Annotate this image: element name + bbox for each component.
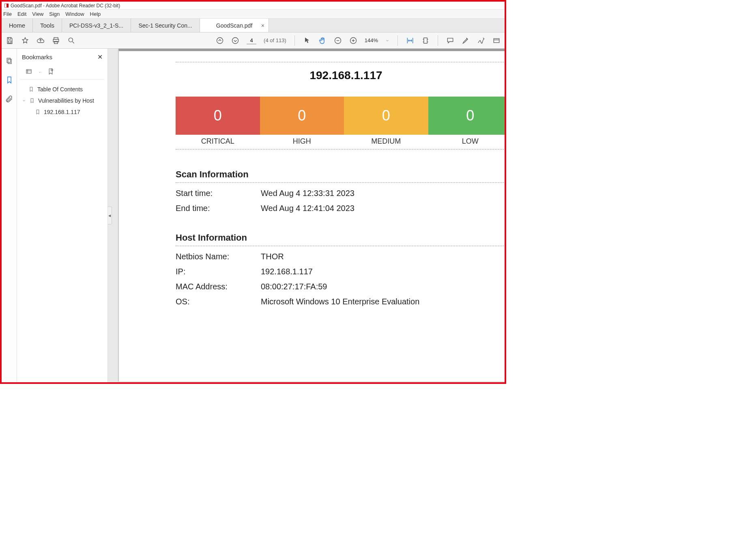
close-icon[interactable]: × <box>261 22 264 29</box>
section-header-scan-info: Scan Information <box>176 169 505 180</box>
attachments-icon[interactable] <box>5 95 13 104</box>
menu-sign[interactable]: Sign <box>49 11 60 17</box>
host-mac-label: MAC Address: <box>176 282 261 291</box>
chevron-down-icon[interactable] <box>385 37 389 45</box>
svg-rect-9 <box>424 38 427 43</box>
window-title: GoodScan.pdf - Adobe Acrobat Reader DC (… <box>11 3 120 9</box>
left-icon-rail <box>2 49 17 382</box>
toolbar-divider <box>438 35 438 46</box>
bookmark-label: Table Of Contents <box>37 86 83 93</box>
scan-start-label: Start time: <box>176 189 261 198</box>
menu-edit[interactable]: Edit <box>17 11 26 17</box>
divider <box>176 62 505 62</box>
collapse-panel-handle[interactable]: ◀ <box>108 207 112 224</box>
zoom-level[interactable]: 144% <box>365 37 378 43</box>
menu-view[interactable]: View <box>32 11 43 17</box>
app-icon: ◨ <box>4 2 9 8</box>
bookmark-options-icon[interactable] <box>25 68 32 76</box>
toolbar-divider <box>294 35 295 46</box>
comment-icon[interactable] <box>446 37 454 45</box>
section-header-host-info: Host Information <box>176 233 505 243</box>
find-bookmark-icon[interactable] <box>47 68 54 76</box>
thumbnails-icon[interactable] <box>5 57 13 66</box>
page-down-icon[interactable] <box>231 37 239 45</box>
host-ip-value: 192.168.1.117 <box>261 267 313 276</box>
bookmark-label: 192.168.1.117 <box>44 109 80 115</box>
scan-end-value: Wed Aug 4 12:41:04 2023 <box>261 204 355 213</box>
scroll-mode-icon[interactable] <box>421 37 430 45</box>
close-icon[interactable]: ✕ <box>97 53 103 61</box>
bookmarks-tools <box>20 65 104 80</box>
bookmark-label: Vulnerabilities by Host <box>38 97 94 104</box>
scan-start-value: Wed Aug 4 12:33:31 2023 <box>261 189 355 198</box>
chevron-down-icon[interactable] <box>38 69 41 75</box>
severity-medium-count: 0 <box>344 97 428 135</box>
print-icon[interactable] <box>52 37 60 45</box>
menu-window[interactable]: Window <box>65 11 84 17</box>
host-netbios-value: THOR <box>261 252 284 261</box>
svg-rect-0 <box>9 41 11 43</box>
severity-low-count: 0 <box>428 97 505 135</box>
bookmarks-tree: Table Of Contents Vulnerabilities by Hos… <box>17 80 107 122</box>
tab-bar: Home Tools PCI-DSS-v3_2_1-S... Sec-1 Sec… <box>2 19 505 32</box>
page-number-input[interactable] <box>247 37 256 44</box>
bookmark-item-host-ip[interactable]: 192.168.1.117 <box>20 106 104 118</box>
svg-point-5 <box>217 37 223 43</box>
zoom-in-icon[interactable] <box>349 37 357 45</box>
divider <box>176 182 505 183</box>
host-os-label: OS: <box>176 297 261 306</box>
tab-doc-label: GoodScan.pdf <box>216 22 253 29</box>
save-icon[interactable] <box>6 37 14 45</box>
host-os-row: OS: Microsoft Windows 10 Enterprise Eval… <box>176 297 505 306</box>
bookmarks-panel: Bookmarks ✕ Table Of Contents Vulnerabil… <box>17 49 108 382</box>
severity-low-label: LOW <box>428 137 505 146</box>
scan-end-label: End time: <box>176 204 261 213</box>
tab-doc-label: Sec-1 Security Con... <box>138 22 192 29</box>
divider <box>176 149 505 150</box>
host-mac-value: 08:00:27:17:FA:59 <box>261 282 327 291</box>
document-viewport[interactable]: ◀ 192.168.1.117 0 0 0 0 CRITICAL HIGH ME… <box>108 49 505 382</box>
cloud-upload-icon[interactable] <box>37 37 45 45</box>
severity-high-label: HIGH <box>260 137 344 146</box>
search-icon[interactable] <box>67 37 75 45</box>
tab-tools[interactable]: Tools <box>33 19 62 32</box>
severity-critical-count: 0 <box>176 97 260 135</box>
hand-icon[interactable] <box>318 37 327 45</box>
page-total: (4 of 113) <box>264 37 286 43</box>
page-title: 192.168.1.117 <box>176 69 505 82</box>
divider <box>176 246 505 246</box>
zoom-out-icon[interactable] <box>334 37 342 45</box>
bookmark-item-toc[interactable]: Table Of Contents <box>20 84 104 95</box>
host-ip-label: IP: <box>176 267 261 276</box>
menu-help[interactable]: Help <box>90 11 101 17</box>
window-titlebar: ◨ GoodScan.pdf - Adobe Acrobat Reader DC… <box>2 2 505 10</box>
menu-file[interactable]: File <box>3 11 12 17</box>
highlight-icon[interactable] <box>462 37 470 45</box>
scan-end-row: End time: Wed Aug 4 12:41:04 2023 <box>176 204 505 213</box>
page-up-icon[interactable] <box>216 37 224 45</box>
more-tools-icon[interactable] <box>492 37 501 45</box>
svg-point-14 <box>51 69 53 71</box>
severity-critical-label: CRITICAL <box>176 137 260 146</box>
toolbar: (4 of 113) 144% <box>2 32 505 49</box>
tab-home[interactable]: Home <box>2 19 33 32</box>
bookmarks-title: Bookmarks <box>22 54 52 60</box>
host-ip-row: IP: 192.168.1.117 <box>176 267 505 276</box>
host-netbios-label: Netbios Name: <box>176 252 261 261</box>
star-icon[interactable] <box>21 37 29 45</box>
scan-start-row: Start time: Wed Aug 4 12:33:31 2023 <box>176 189 505 198</box>
bookmarks-icon[interactable] <box>5 76 13 85</box>
fit-width-icon[interactable] <box>406 37 414 45</box>
host-mac-row: MAC Address: 08:00:27:17:FA:59 <box>176 282 505 291</box>
bookmark-item-vuln-by-host[interactable]: Vulnerabilities by Host <box>20 95 104 106</box>
tab-doc-pci[interactable]: PCI-DSS-v3_2_1-S... <box>62 19 131 32</box>
tab-doc-label: PCI-DSS-v3_2_1-S... <box>69 22 123 29</box>
severity-labels: CRITICAL HIGH MEDIUM LOW <box>176 137 505 146</box>
sign-icon[interactable] <box>477 37 485 45</box>
tab-doc-sec1[interactable]: Sec-1 Security Con... <box>131 19 200 32</box>
svg-rect-11 <box>7 58 10 62</box>
svg-point-4 <box>69 38 73 42</box>
pointer-icon[interactable] <box>303 37 311 45</box>
tab-doc-goodscan[interactable]: GoodScan.pdf × <box>200 19 269 32</box>
toolbar-divider <box>398 35 398 46</box>
